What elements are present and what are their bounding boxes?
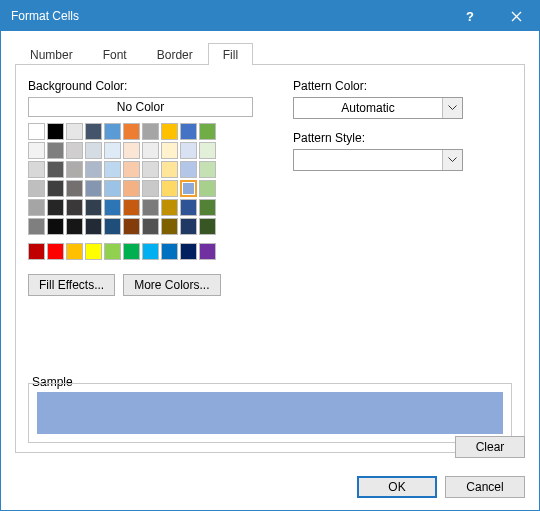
color-swatch[interactable] <box>104 199 121 216</box>
color-swatch[interactable] <box>142 142 159 159</box>
color-swatch[interactable] <box>142 180 159 197</box>
color-swatch[interactable] <box>180 218 197 235</box>
color-swatch[interactable] <box>47 161 64 178</box>
color-swatch[interactable] <box>161 199 178 216</box>
color-swatch[interactable] <box>85 142 102 159</box>
color-swatch[interactable] <box>142 243 159 260</box>
color-swatch[interactable] <box>85 243 102 260</box>
color-swatch[interactable] <box>199 199 216 216</box>
color-swatch[interactable] <box>123 199 140 216</box>
pattern-style-value <box>294 150 442 170</box>
background-color-label: Background Color: <box>28 79 253 93</box>
color-swatch[interactable] <box>85 161 102 178</box>
pattern-color-combo[interactable]: Automatic <box>293 97 463 119</box>
color-swatch[interactable] <box>28 161 45 178</box>
color-swatch[interactable] <box>47 180 64 197</box>
pattern-style-combo[interactable] <box>293 149 463 171</box>
color-swatch[interactable] <box>161 142 178 159</box>
color-swatch[interactable] <box>199 243 216 260</box>
titlebar: Format Cells ? <box>1 1 539 31</box>
fill-effects-button[interactable]: Fill Effects... <box>28 274 115 296</box>
color-swatch[interactable] <box>28 218 45 235</box>
close-button[interactable] <box>493 1 539 31</box>
color-swatch[interactable] <box>104 243 121 260</box>
color-swatch[interactable] <box>66 199 83 216</box>
pattern-style-label: Pattern Style: <box>293 131 512 145</box>
color-swatch[interactable] <box>123 142 140 159</box>
color-swatch[interactable] <box>85 199 102 216</box>
color-swatch[interactable] <box>142 218 159 235</box>
color-swatch[interactable] <box>28 180 45 197</box>
color-swatch[interactable] <box>47 218 64 235</box>
color-swatch[interactable] <box>104 218 121 235</box>
tab-font[interactable]: Font <box>88 43 142 65</box>
color-swatch[interactable] <box>104 180 121 197</box>
color-swatch[interactable] <box>142 123 159 140</box>
color-swatch[interactable] <box>66 218 83 235</box>
sample-swatch <box>37 392 503 434</box>
color-swatch[interactable] <box>104 161 121 178</box>
color-swatch[interactable] <box>123 161 140 178</box>
dialog-body: Number Font Border Fill Background Color… <box>1 31 539 510</box>
color-swatch[interactable] <box>66 161 83 178</box>
color-swatch[interactable] <box>47 123 64 140</box>
pattern-color-label: Pattern Color: <box>293 79 512 93</box>
color-swatch[interactable] <box>123 123 140 140</box>
dialog-footer: OK Cancel <box>357 476 525 498</box>
color-swatch[interactable] <box>142 199 159 216</box>
color-swatch[interactable] <box>85 180 102 197</box>
color-swatch[interactable] <box>85 218 102 235</box>
ok-button[interactable]: OK <box>357 476 437 498</box>
color-swatch[interactable] <box>199 142 216 159</box>
theme-color-grid <box>28 123 253 235</box>
tab-fill[interactable]: Fill <box>208 43 253 65</box>
no-color-button[interactable]: No Color <box>28 97 253 117</box>
color-swatch[interactable] <box>104 123 121 140</box>
color-swatch[interactable] <box>199 180 216 197</box>
color-swatch[interactable] <box>66 142 83 159</box>
color-swatch[interactable] <box>47 142 64 159</box>
standard-color-grid <box>28 243 253 260</box>
color-swatch[interactable] <box>180 161 197 178</box>
color-swatch[interactable] <box>180 243 197 260</box>
color-swatch[interactable] <box>161 123 178 140</box>
color-swatch[interactable] <box>123 243 140 260</box>
cancel-button[interactable]: Cancel <box>445 476 525 498</box>
chevron-down-icon <box>442 150 462 170</box>
clear-button[interactable]: Clear <box>455 436 525 458</box>
color-swatch[interactable] <box>180 142 197 159</box>
color-swatch[interactable] <box>199 161 216 178</box>
color-swatch[interactable] <box>142 161 159 178</box>
color-swatch[interactable] <box>180 123 197 140</box>
color-swatch[interactable] <box>180 180 197 197</box>
color-swatch[interactable] <box>28 142 45 159</box>
pattern-color-value: Automatic <box>294 98 442 118</box>
color-swatch[interactable] <box>161 243 178 260</box>
tabstrip: Number Font Border Fill <box>15 41 525 65</box>
tab-number[interactable]: Number <box>15 43 88 65</box>
color-swatch[interactable] <box>28 123 45 140</box>
color-swatch[interactable] <box>123 218 140 235</box>
color-swatch[interactable] <box>66 123 83 140</box>
color-swatch[interactable] <box>47 199 64 216</box>
color-swatch[interactable] <box>180 199 197 216</box>
color-swatch[interactable] <box>123 180 140 197</box>
more-colors-button[interactable]: More Colors... <box>123 274 220 296</box>
fill-panel: Background Color: No Color Fill Effects.… <box>15 65 525 453</box>
color-swatch[interactable] <box>199 218 216 235</box>
color-swatch[interactable] <box>28 243 45 260</box>
color-swatch[interactable] <box>85 123 102 140</box>
color-swatch[interactable] <box>28 199 45 216</box>
color-swatch[interactable] <box>199 123 216 140</box>
tab-border[interactable]: Border <box>142 43 208 65</box>
color-swatch[interactable] <box>161 180 178 197</box>
help-button[interactable]: ? <box>447 1 493 31</box>
chevron-down-icon <box>442 98 462 118</box>
color-swatch[interactable] <box>104 142 121 159</box>
color-swatch[interactable] <box>161 218 178 235</box>
color-swatch[interactable] <box>66 180 83 197</box>
color-swatch[interactable] <box>161 161 178 178</box>
color-swatch[interactable] <box>66 243 83 260</box>
sample-box <box>28 383 512 443</box>
color-swatch[interactable] <box>47 243 64 260</box>
